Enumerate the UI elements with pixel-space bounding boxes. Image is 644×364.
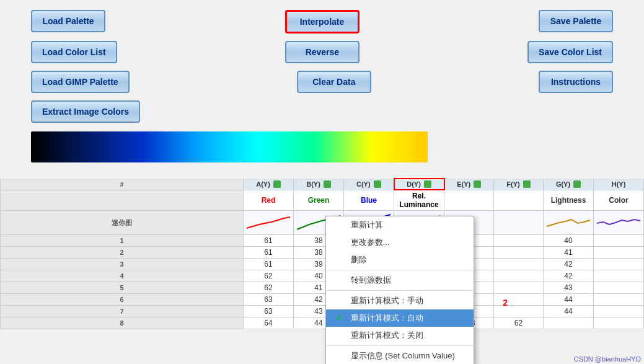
row-num-header: #: [1, 179, 244, 190]
menu-mode-off[interactable]: 重新计算模式：关闭: [326, 327, 474, 344]
lock-g-icon[interactable]: [573, 180, 581, 188]
col-c-label: Blue: [344, 190, 394, 211]
data-cell: [544, 317, 594, 329]
col-c-header[interactable]: C(Y): [344, 179, 394, 190]
data-cell: 64: [244, 317, 294, 329]
sparkline-f: [494, 211, 544, 235]
menu-recalculate[interactable]: 重新计算: [326, 216, 474, 234]
col-a-label: Red: [244, 190, 294, 211]
data-cell: [594, 317, 644, 329]
menu-divider-2: [326, 290, 474, 291]
data-cell: [594, 270, 644, 282]
lock-b-icon[interactable]: [324, 180, 331, 188]
data-cell: 61: [244, 259, 294, 270]
data-cell: 61: [244, 235, 294, 247]
data-table-section: # A(Y) B(Y): [0, 178, 644, 329]
sparkline-h: [594, 211, 644, 235]
data-cell: [594, 259, 644, 270]
menu-show-info[interactable]: 显示信息 (Set Column Value): [326, 347, 474, 364]
col-f-label: [494, 190, 544, 211]
menu-divider-1: [326, 270, 474, 270]
data-cell: [494, 270, 544, 282]
col-h-label: Color: [594, 190, 644, 211]
data-cell: [494, 259, 544, 270]
lock-f-icon[interactable]: [523, 180, 531, 188]
row-number: 3: [1, 259, 244, 270]
menu-delete[interactable]: 删除: [326, 251, 474, 269]
instructions-button[interactable]: Instructions: [539, 71, 613, 93]
table-row: 864441885924862: [1, 317, 644, 329]
data-cell: [594, 306, 644, 317]
table-row: 663421825744: [1, 294, 644, 306]
load-palette-button[interactable]: Load Palette: [31, 10, 105, 32]
table-row: 361391735342: [1, 259, 644, 270]
row-number: 4: [1, 270, 244, 282]
col-h-header[interactable]: H(Y): [594, 179, 644, 190]
data-cell: [594, 247, 644, 259]
data-cell: 42: [544, 259, 594, 270]
data-cell: [594, 294, 644, 306]
data-cell: 40: [544, 235, 594, 247]
col-g-label: Lightness: [544, 190, 594, 211]
data-cell: 62: [244, 282, 294, 294]
menu-change-params[interactable]: 更改参数...: [326, 234, 474, 251]
col-g-header[interactable]: G(Y): [544, 179, 594, 190]
col-e-header[interactable]: E(Y): [444, 179, 494, 190]
data-cell: [494, 235, 544, 247]
gradient-preview: [31, 131, 428, 162]
data-cell: 62: [494, 317, 544, 329]
col-d-label: Rel. Luminance: [394, 190, 444, 211]
row-number: 8: [1, 317, 244, 329]
data-cell: [494, 294, 544, 306]
lock-e-icon[interactable]: [474, 180, 481, 188]
lock-d-icon[interactable]: [424, 180, 431, 188]
row-number: 6: [1, 294, 244, 306]
col-b-header[interactable]: B(Y): [294, 179, 344, 190]
col-e-label: [444, 190, 494, 211]
table-row: 462401765442: [1, 270, 644, 282]
sparkline-g: [544, 211, 594, 235]
watermark: CSDN @bianhuaHYO: [574, 355, 641, 363]
table-row: 161381685240: [1, 235, 644, 247]
col-b-label: Green: [294, 190, 344, 211]
clear-data-button[interactable]: Clear Data: [297, 71, 371, 93]
table-row: 261381705241: [1, 247, 644, 259]
row-number: 1: [1, 235, 244, 247]
row-number: 7: [1, 306, 244, 317]
save-color-list-button[interactable]: Save Color List: [527, 41, 613, 63]
interpolate-button[interactable]: Interpolate: [285, 10, 359, 33]
data-cell: 41: [544, 247, 594, 259]
reverse-button[interactable]: Reverse: [285, 41, 359, 63]
load-gimp-palette-button[interactable]: Load GIMP Palette: [31, 71, 130, 93]
lock-a-icon[interactable]: [273, 180, 281, 188]
menu-to-source[interactable]: 转到源数据: [326, 272, 474, 289]
data-cell: [594, 282, 644, 294]
sparkline-row-label: 迷你图: [1, 211, 244, 235]
row-number: 2: [1, 247, 244, 259]
load-color-list-button[interactable]: Load Color List: [31, 41, 117, 63]
col-labels-row: [1, 190, 244, 211]
col-f-header[interactable]: F(Y): [494, 179, 544, 190]
data-cell: 62: [244, 270, 294, 282]
menu-mode-auto[interactable]: ✓ 重新计算模式：自动: [326, 309, 474, 327]
sparkline-a: [244, 211, 294, 235]
data-cell: 42: [544, 270, 594, 282]
data-cell: [494, 282, 544, 294]
menu-mode-manual[interactable]: 重新计算模式：手动: [326, 292, 474, 309]
data-cell: [494, 306, 544, 317]
context-menu: 重新计算 更改参数... 删除 转到源数据 重新计算模式：手动 ✓ 重新计算模式…: [325, 216, 474, 364]
menu-divider-3: [326, 345, 474, 346]
data-cell: [594, 235, 644, 247]
data-cell: 63: [244, 294, 294, 306]
table-row: 763431855844: [1, 306, 644, 317]
data-cell: 44: [544, 306, 594, 317]
lock-c-icon[interactable]: [374, 180, 381, 188]
data-cell: 61: [244, 247, 294, 259]
save-palette-button[interactable]: Save Palette: [539, 10, 613, 32]
col-a-header[interactable]: A(Y): [244, 179, 294, 190]
badge-2: 2: [503, 298, 508, 308]
table-row: 562411795543: [1, 282, 644, 294]
col-d-header[interactable]: D(Y): [394, 179, 444, 190]
data-cell: 43: [544, 282, 594, 294]
extract-image-colors-button[interactable]: Extract Image Colors: [31, 100, 140, 123]
